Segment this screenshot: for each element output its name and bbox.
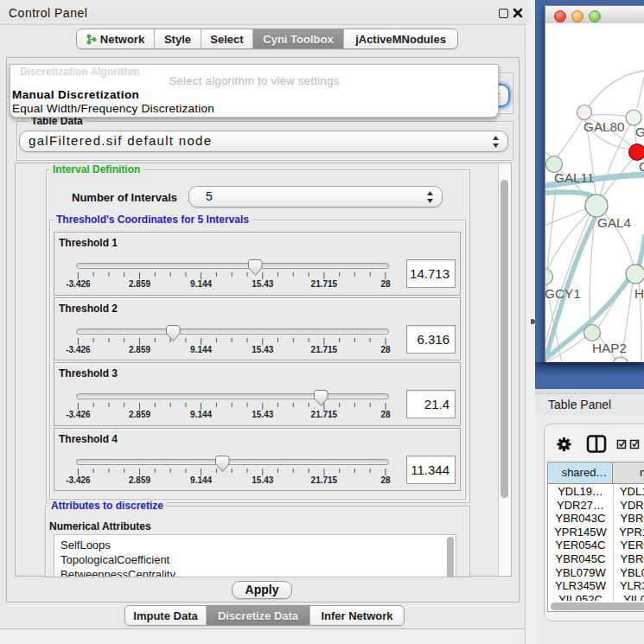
svg-text:HAP2: HAP2 — [592, 341, 627, 355]
svg-text:GAL11: GAL11 — [554, 170, 595, 185]
svg-text:H: H — [634, 286, 644, 301]
svg-text:GA: GA — [635, 124, 644, 139]
svg-text:GAL80: GAL80 — [583, 119, 625, 134]
svg-text:GAL4: GAL4 — [597, 215, 632, 230]
svg-text:C: C — [639, 159, 644, 174]
svg-text:GCY1: GCY1 — [545, 286, 581, 301]
